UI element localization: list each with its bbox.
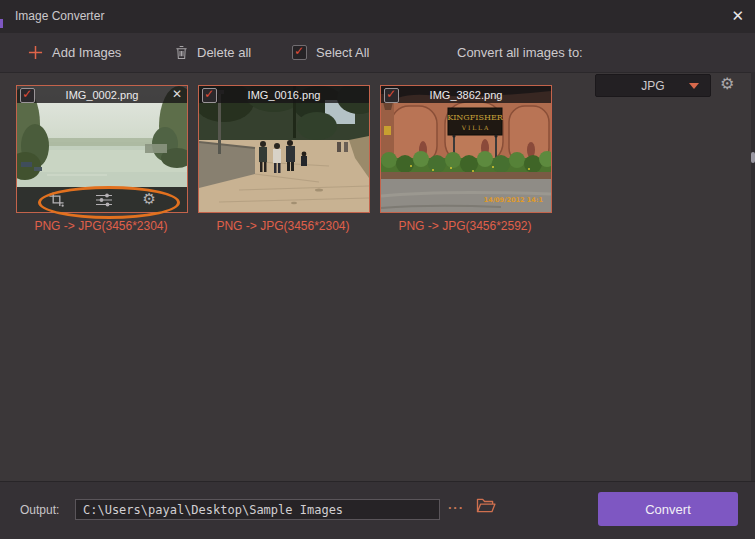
window-close-icon[interactable]: ✕ [731, 7, 744, 25]
browse-dots-button[interactable]: ··· [448, 500, 464, 515]
convert-button[interactable]: Convert [598, 492, 738, 526]
item-checkbox[interactable]: ✓ [202, 88, 217, 103]
window-accent-mark [0, 19, 3, 28]
conversion-caption: PNG -> JPG(3456*2304) [15, 219, 187, 233]
output-path-input[interactable] [75, 499, 440, 520]
settings-gear-icon[interactable]: ⚙ [720, 76, 734, 92]
footer-bar: Output: ··· Convert [0, 481, 755, 539]
open-folder-icon[interactable] [476, 497, 496, 518]
thumbnail-action-bar: ⚙ [17, 187, 187, 212]
thumbnail-name-bar: IMG_0016.png [199, 86, 369, 103]
photo-path-thumbnail [199, 86, 369, 212]
image-converter-window: Image Converter ✕ Add Images Delete all … [0, 0, 755, 539]
photo-datestamp: 14/09/2012 14:1 [484, 196, 544, 204]
filename-label: IMG_3862.png [430, 89, 503, 101]
filename-label: IMG_0016.png [248, 89, 321, 101]
scrollbar-thumb[interactable] [751, 152, 755, 163]
add-images-label: Add Images [52, 45, 121, 60]
format-value: JPG [641, 79, 664, 93]
crop-icon[interactable] [48, 191, 65, 208]
checkbox-icon: ✓ [292, 45, 307, 60]
villa-sign-line2: V I L L A [461, 124, 489, 131]
plus-icon [28, 45, 43, 60]
scrollbar-track [751, 72, 755, 482]
add-images-button[interactable]: Add Images [28, 33, 121, 72]
image-item-3[interactable]: KINGFISHER V I L L A 14/09/2012 14:1 [380, 85, 552, 213]
conversion-caption: PNG -> JPG(3456*2304) [197, 219, 369, 233]
photo-villa-thumbnail: KINGFISHER V I L L A 14/09/2012 14:1 [381, 86, 551, 212]
convert-all-label: Convert all images to: [457, 33, 583, 72]
filename-label: IMG_0002.png [66, 89, 139, 101]
item-checkbox[interactable]: ✓ [20, 88, 35, 103]
thumbnail-name-bar: IMG_0002.png [17, 86, 187, 103]
villa-sign-line1: KINGFISHER [447, 113, 504, 122]
select-all-label: Select All [316, 45, 369, 60]
select-all-checkbox[interactable]: ✓ Select All [292, 33, 369, 72]
delete-all-button[interactable]: Delete all [175, 33, 251, 72]
format-dropdown[interactable]: JPG [595, 74, 711, 97]
window-title: Image Converter [15, 9, 104, 23]
toolbar: Add Images Delete all ✓ Select All Conve… [0, 33, 755, 73]
adjust-sliders-icon[interactable] [95, 193, 113, 207]
image-item-1[interactable]: IMG_0002.png ✓ ✕ ⚙ [16, 85, 188, 213]
output-label: Output: [20, 503, 59, 517]
chevron-down-icon [689, 83, 699, 89]
trash-icon [175, 45, 188, 60]
title-bar: Image Converter ✕ [0, 0, 755, 33]
thumbnail-name-bar: IMG_3862.png [381, 86, 551, 103]
item-settings-gear-icon[interactable]: ⚙ [143, 192, 156, 207]
conversion-caption: PNG -> JPG(3456*2592) [379, 219, 551, 233]
image-item-2[interactable]: IMG_0016.png ✓ [198, 85, 370, 213]
remove-item-icon[interactable]: ✕ [172, 87, 182, 101]
delete-all-label: Delete all [197, 45, 251, 60]
item-checkbox[interactable]: ✓ [384, 88, 399, 103]
